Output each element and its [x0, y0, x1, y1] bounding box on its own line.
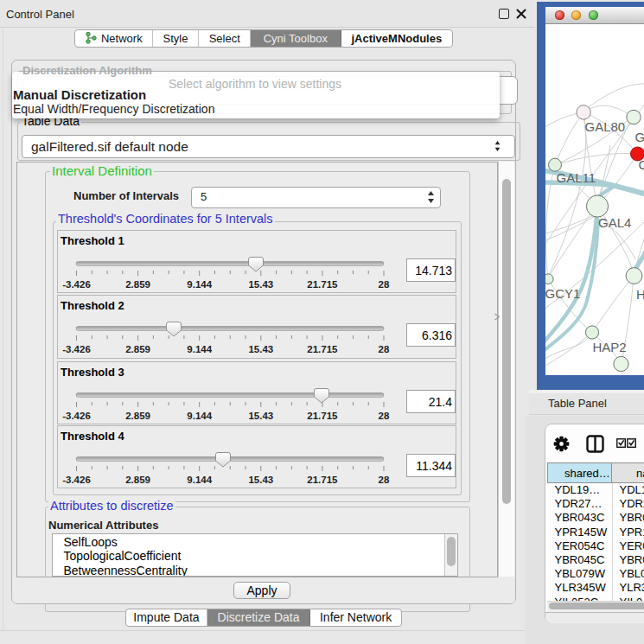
svg-text:15.43: 15.43: [248, 344, 273, 354]
svg-text:GAL80: GAL80: [584, 119, 625, 134]
svg-text:GAL2: GAL2: [634, 130, 644, 144]
svg-text:28: 28: [379, 278, 390, 289]
svg-text:28: 28: [379, 474, 390, 484]
svg-text:21.715: 21.715: [307, 278, 338, 289]
svg-text:15.43: 15.43: [248, 474, 273, 484]
svg-text:9.144: 9.144: [187, 344, 212, 354]
svg-text:GAL11: GAL11: [556, 170, 596, 185]
svg-text:2.859: 2.859: [125, 410, 150, 420]
svg-text:2.859: 2.859: [125, 278, 150, 289]
svg-text:-3.426: -3.426: [62, 410, 91, 420]
svg-text:9.144: 9.144: [187, 410, 212, 420]
svg-text:28: 28: [379, 344, 390, 354]
svg-text:21.715: 21.715: [307, 474, 338, 484]
svg-text:15.43: 15.43: [248, 410, 273, 420]
svg-text:-3.426: -3.426: [62, 278, 91, 289]
svg-text:28: 28: [379, 410, 390, 420]
svg-text:21.715: 21.715: [307, 410, 338, 420]
svg-text:GCY1: GCY1: [545, 286, 580, 301]
svg-text:CRZ1: CRZ1: [638, 157, 644, 172]
svg-text:2.859: 2.859: [125, 344, 150, 354]
svg-text:-3.426: -3.426: [62, 344, 91, 354]
svg-text:HAP2: HAP2: [592, 340, 626, 354]
svg-text:HIS4: HIS4: [636, 287, 644, 302]
svg-text:-3.426: -3.426: [62, 474, 91, 484]
svg-text:9.144: 9.144: [187, 278, 212, 289]
svg-text:9.144: 9.144: [187, 474, 212, 484]
svg-text:15.43: 15.43: [248, 278, 273, 289]
svg-text:2.859: 2.859: [125, 474, 150, 484]
svg-text:21.715: 21.715: [307, 344, 338, 354]
svg-text:GAL4: GAL4: [598, 215, 631, 230]
